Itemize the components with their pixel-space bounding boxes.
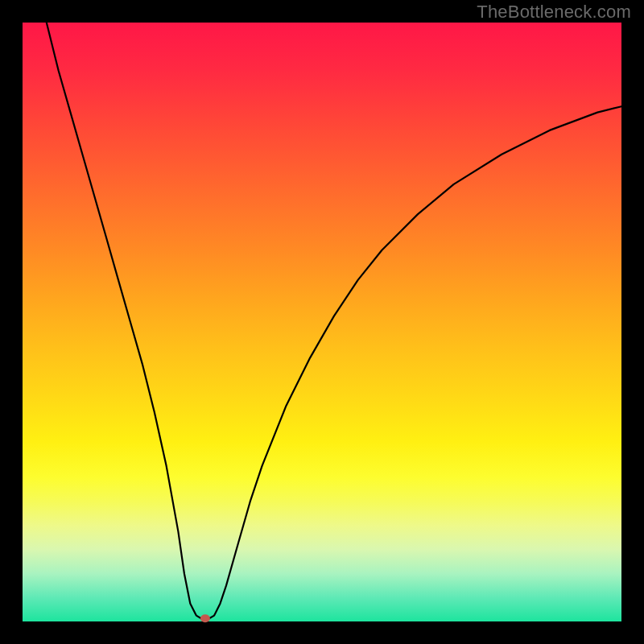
bottleneck-curve <box>47 23 621 619</box>
watermark-text: TheBottleneck.com <box>477 2 631 23</box>
curve-layer <box>23 23 621 621</box>
optimum-marker <box>200 614 210 622</box>
chart-frame: TheBottleneck.com <box>0 0 644 644</box>
plot-area <box>23 23 621 621</box>
